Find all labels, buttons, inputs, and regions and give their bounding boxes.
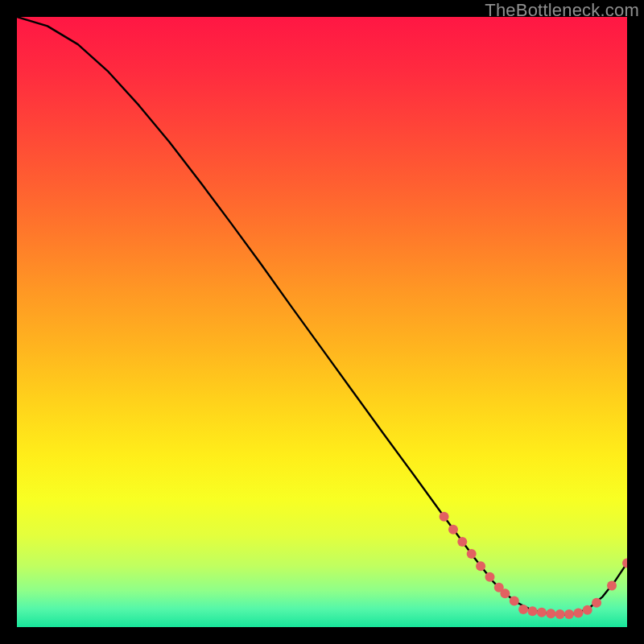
chart-marker (510, 596, 519, 605)
chart-marker (573, 609, 583, 618)
chart-marker (555, 609, 565, 619)
chart-marker (476, 561, 485, 571)
chart-marker (448, 525, 458, 535)
chart-marker (564, 609, 574, 619)
chart-marker (518, 605, 528, 614)
chart-marker (440, 512, 449, 522)
chart-marker (583, 605, 592, 615)
chart-marker (500, 588, 510, 598)
chart-marker (467, 549, 477, 559)
chart-marker (457, 537, 467, 547)
watermark-text: TheBottleneck.com (485, 0, 639, 21)
chart-marker (537, 608, 547, 617)
chart-marker (528, 606, 538, 616)
chart-stage: TheBottleneck.com (0, 0, 644, 644)
chart-marker (485, 572, 495, 582)
chart-gradient-background (17, 17, 627, 627)
chart-marker (592, 598, 601, 608)
chart-svg (17, 17, 627, 627)
chart-marker (607, 581, 617, 591)
chart-plot-area (17, 17, 627, 627)
chart-marker (546, 609, 555, 618)
